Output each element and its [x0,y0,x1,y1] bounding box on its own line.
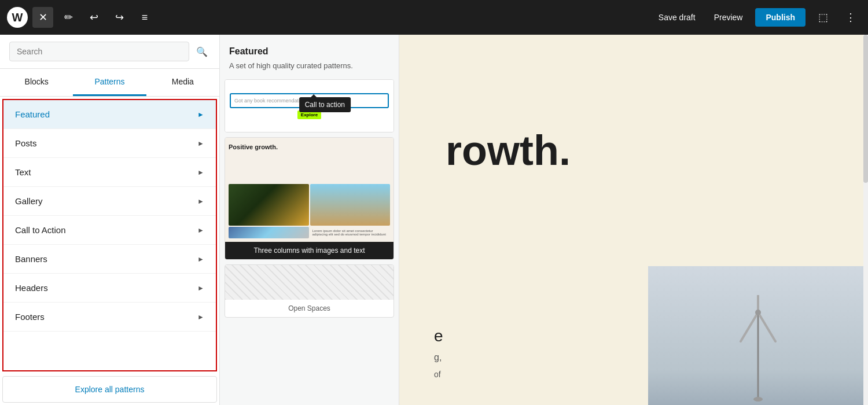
tabs-bar: Blocks Patterns Media [0,69,219,97]
pen-icon: ✏ [64,11,73,24]
panel-content: Featured ► Posts ► Text ► Gallery ► Call… [2,99,217,371]
patterns-header: Featured [220,35,399,61]
right-panel: rowth. e g, of [399,35,868,405]
chevron-right-icon: ► [197,255,204,263]
category-label-featured: Featured [15,109,50,119]
category-item-footers[interactable]: Footers ► [3,303,216,332]
second-right [648,266,868,405]
three-col-title: Positive growth. [229,141,390,183]
pattern-item-three-columns[interactable]: Positive growth. Lorem ipsum dolor sit a… [225,137,394,260]
cta-pattern-thumb: Got any book recommendations? Explore Ca… [225,80,393,132]
wind-turbine-svg [729,295,787,405]
sidebar-icon: ⬚ [818,11,828,24]
redo-icon: ↪ [115,11,124,24]
pattern-item-cta[interactable]: Got any book recommendations? Explore Ca… [225,79,394,132]
text-block-preview: Lorem ipsum dolor sit amet consectetur a… [310,227,391,238]
canvas-area: rowth. e g, of [399,35,868,405]
tab-blocks[interactable]: Blocks [0,69,73,96]
search-bar: 🔍 [0,35,219,69]
category-item-cta[interactable]: Call to Action ► [3,216,216,245]
forest-image [229,184,309,226]
chevron-right-icon: ► [197,111,204,119]
second-section: e g, of [399,266,868,405]
left-panel: 🔍 Blocks Patterns Media Featured ► Posts… [0,35,220,405]
redo-button[interactable]: ↪ [109,7,130,28]
category-item-posts[interactable]: Posts ► [3,129,216,158]
pattern-item-open-spaces[interactable]: Open Spaces [225,264,394,318]
tab-patterns[interactable]: Patterns [73,69,146,96]
chevron-right-icon: ► [197,168,204,176]
hero-section: rowth. [399,35,868,266]
second-left-text: e [434,327,613,345]
open-spaces-thumb [225,265,393,300]
second-sub-text: of [434,370,613,379]
center-panel: Featured A set of high quality curated p… [220,35,399,405]
search-input[interactable] [9,42,189,61]
publish-button[interactable]: Publish [755,8,806,27]
chevron-right-icon: ► [197,313,204,321]
category-label-headers: Headers [15,283,48,293]
list-view-button[interactable]: ≡ [134,7,155,28]
right-scrollbar-thumb [863,35,868,183]
chevron-right-icon: ► [197,284,204,292]
category-list: Featured ► Posts ► Text ► Gallery ► Call… [3,100,216,332]
sidebar-toggle-button[interactable]: ⬚ [812,7,833,28]
category-item-featured[interactable]: Featured ► [3,100,216,129]
right-scrollbar[interactable] [863,35,868,405]
chevron-right-icon: ► [197,139,204,148]
category-label-text: Text [15,167,31,177]
svg-point-5 [755,310,761,315]
category-item-headers[interactable]: Headers ► [3,274,216,303]
save-draft-button[interactable]: Save draft [653,9,701,25]
three-col-thumb: Positive growth. Lorem ipsum dolor sit a… [225,138,393,242]
second-left: e g, of [399,266,648,405]
close-button[interactable]: ✕ [32,7,53,28]
more-options-button[interactable]: ⋮ [840,7,861,28]
main-layout: 🔍 Blocks Patterns Media Featured ► Posts… [0,35,868,405]
three-col-label: Three columns with images and text [225,242,393,259]
category-label-posts: Posts [15,138,37,148]
category-label-cta: Call to Action [15,225,66,235]
svg-line-2 [741,312,758,341]
more-icon: ⋮ [845,11,856,24]
category-label-footers: Footers [15,312,45,322]
chevron-right-icon: ► [197,226,204,234]
second-cta-text: g, [434,352,613,363]
svg-point-1 [753,397,763,402]
tab-media[interactable]: Media [146,69,219,96]
category-label-banners: Banners [15,254,47,264]
open-spaces-label: Open Spaces [225,300,393,317]
category-item-banners[interactable]: Banners ► [3,245,216,274]
hero-heading: rowth. [446,130,571,171]
svg-line-3 [758,312,775,341]
list-icon: ≡ [142,12,148,24]
category-label-gallery: Gallery [15,196,43,206]
search-button[interactable]: 🔍 [194,44,210,60]
explore-all-patterns-button[interactable]: Explore all patterns [2,376,217,403]
wind-image [310,184,391,226]
toolbar: W ✕ ✏ ↩ ↪ ≡ Save draft Preview Publish ⬚… [0,0,868,35]
category-item-gallery[interactable]: Gallery ► [3,187,216,216]
search-icon: 🔍 [196,47,208,57]
wind-turbine-image [648,266,868,405]
wp-logo: W [7,7,28,28]
preview-button[interactable]: Preview [708,9,749,25]
undo-icon: ↩ [90,11,98,24]
toolbar-right: Save draft Preview Publish ⬚ ⋮ [653,7,861,28]
pen-button[interactable]: ✏ [58,7,79,28]
close-icon: ✕ [39,11,47,24]
cta-tooltip: Call to action [299,97,351,112]
category-item-text[interactable]: Text ► [3,158,216,187]
coast-image [229,227,309,238]
chevron-right-icon: ► [197,197,204,205]
patterns-subheader: A set of high quality curated patterns. [220,61,399,79]
undo-button[interactable]: ↩ [83,7,104,28]
